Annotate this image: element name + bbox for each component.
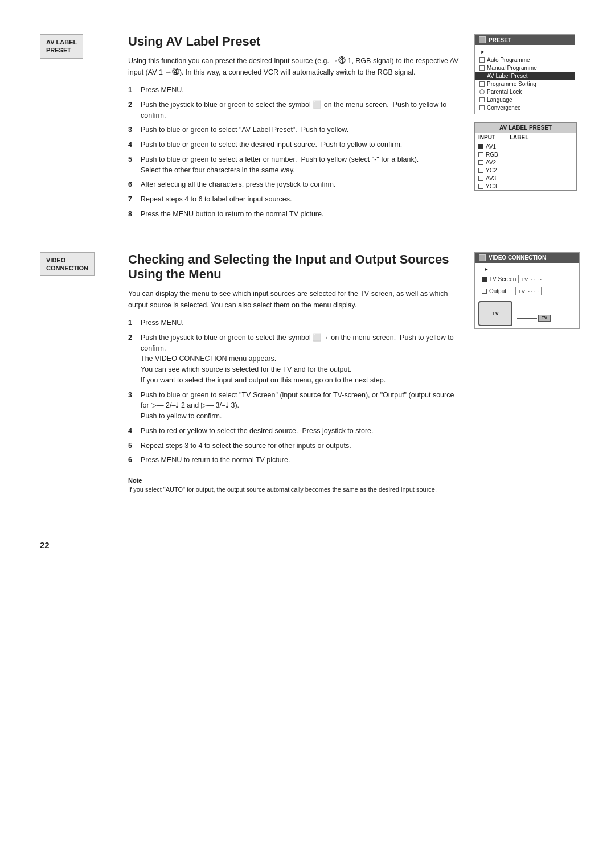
preset-menu-box: PRESET ► Auto Programme Ma	[474, 34, 575, 114]
preset-menu-body: ► Auto Programme Manual Programme	[475, 45, 575, 114]
vc-step-4: 4 Push to red or yellow to select the de…	[128, 426, 464, 437]
av-label-intro: Using this function you can preset the d…	[128, 56, 464, 78]
av1-check	[478, 144, 483, 149]
vc-step-4-num: 4	[128, 426, 141, 437]
yc2-dashes: - - - - -	[512, 167, 533, 174]
sidebar-video-conn: VIDEO CONNECTION	[40, 252, 128, 495]
section-label-box-av-label: AV LABEL PRESET	[40, 34, 83, 59]
av-step-4: 4 Push to blue or green to select the de…	[128, 139, 464, 150]
preset-menu-icon	[479, 36, 486, 43]
video-conn-aside: VIDEO CONNECTION ► TV Screen TV · · · ·	[464, 252, 575, 495]
av3-check	[478, 176, 483, 181]
av-step-5-text: Push to blue or green to select a letter…	[141, 154, 464, 176]
preset-menu-header: PRESET	[475, 35, 575, 45]
av-label-table-header: AV LABEL PRESET	[475, 123, 576, 133]
vc-step-3: 3 Push to blue or green to select "TV Sc…	[128, 390, 464, 422]
av-step-8: 8 Press the MENU button to return to the…	[128, 209, 464, 220]
section-video-connection: VIDEO CONNECTION Checking and Selecting …	[40, 252, 575, 495]
vc-step-5-text: Repeat steps 3 to 4 to select the source…	[141, 441, 464, 451]
av-label-row-rgb: RGB - - - - -	[475, 150, 576, 158]
av-label-row-yc2: YC2 - - - - -	[475, 166, 576, 174]
check-convergence	[479, 105, 485, 110]
vc-step-1-text: Press MENU.	[141, 318, 464, 328]
tv-conn-label: TV	[542, 315, 547, 320]
page-number: 22	[40, 540, 575, 550]
vc-step-6-num: 6	[128, 455, 141, 466]
video-conn-menu-box: VIDEO CONNECTION ► TV Screen TV · · · ·	[474, 252, 580, 329]
av-label-row-yc3: YC3 - - - - -	[475, 182, 576, 190]
preset-menu-item-prog-sort: Programme Sorting	[475, 80, 575, 88]
yc3-check	[478, 184, 483, 189]
rgb-name: RGB	[486, 151, 510, 158]
vc-output-label: Output	[489, 288, 513, 294]
rgb-dashes: - - - - -	[512, 151, 533, 158]
preset-menu-item-av-label: AV Label Preset	[475, 72, 575, 80]
av-step-8-text: Press the MENU button to return to the n…	[141, 209, 464, 220]
note-text: If you select "AUTO" for output, the out…	[128, 486, 464, 495]
preset-menu-item-language: Language	[475, 96, 575, 104]
video-conn-menu-body: ► TV Screen TV · · · · Output TV · · · ·	[475, 263, 579, 328]
av-step-7-text: Repeat steps 4 to 6 to label other input…	[141, 194, 464, 205]
preset-menu-item-auto-prog: Auto Programme	[475, 56, 575, 64]
tv-conn-line	[517, 318, 537, 319]
section-label-text-video-conn: VIDEO CONNECTION	[46, 257, 88, 271]
av-step-3-text: Push to blue or green to select "AV Labe…	[141, 125, 464, 135]
check-prog-sort	[479, 81, 485, 87]
av-step-7-num: 7	[128, 194, 141, 205]
vc-tv-screen-row: TV Screen TV · · · ·	[478, 274, 576, 285]
av-step-5: 5 Push to blue or green to select a lett…	[128, 154, 464, 176]
video-conn-body: Checking and Selecting the Input and Out…	[128, 252, 464, 495]
video-conn-menu-icon	[479, 254, 486, 261]
chevron-icon: ►	[479, 48, 486, 55]
av3-dashes: - - - - -	[512, 175, 533, 182]
yc2-check	[478, 168, 483, 173]
yc2-name: YC2	[486, 167, 510, 174]
vc-tv-screen-label: TV Screen	[489, 276, 516, 282]
vc-output-value: TV · · · ·	[515, 287, 542, 295]
av2-check	[478, 160, 483, 165]
av-step-3-num: 3	[128, 125, 141, 135]
vc-step-2: 2 Push the joystick to blue or green to …	[128, 332, 464, 386]
av-label-row-av1: AV1 - - - - -	[475, 142, 576, 150]
av-step-7: 7 Repeat steps 4 to 6 to label other inp…	[128, 194, 464, 205]
vc-tv-screen-value: TV · · · ·	[518, 275, 544, 283]
av-label-aside: PRESET ► Auto Programme Ma	[464, 34, 575, 224]
av-label-row-av2: AV2 - - - - -	[475, 158, 576, 166]
section-av-label-preset: AV LABEL PRESET Using AV Label Preset Us…	[40, 34, 575, 224]
video-conn-title: Checking and Selecting the Input and Out…	[128, 252, 464, 282]
vc-menu-chevron: ►	[478, 265, 576, 274]
av-step-1: 1 Press MENU.	[128, 85, 464, 96]
vc-step-1: 1 Press MENU.	[128, 318, 464, 328]
page: AV LABEL PRESET Using AV Label Preset Us…	[0, 0, 615, 868]
preset-menu-header-text: PRESET	[489, 37, 511, 43]
check-av-label	[479, 73, 485, 79]
av-step-2-num: 2	[128, 100, 141, 110]
vc-step-5: 5 Repeat steps 3 to 4 to select the sour…	[128, 441, 464, 451]
video-conn-menu-header-text: VIDEO CONNECTION	[489, 254, 546, 261]
vc-step-3-num: 3	[128, 390, 141, 401]
check-manual-prog	[479, 65, 485, 71]
video-conn-steps-list: 1 Press MENU. 2 Push the joystick to blu…	[128, 318, 464, 466]
col-input-header: INPUT	[478, 134, 510, 141]
av-label-row-av3: AV3 - - - - -	[475, 174, 576, 182]
col-label-header: LABEL	[510, 134, 573, 141]
av-step-5-num: 5	[128, 154, 141, 165]
av-step-4-text: Push to blue or green to select the desi…	[141, 139, 464, 150]
vc-step-4-text: Push to red or yellow to select the desi…	[141, 426, 464, 437]
yc3-dashes: - - - - -	[512, 183, 533, 190]
av-label-steps-list: 1 Press MENU. 2 Push the joystick to blu…	[128, 85, 464, 220]
vc-step-2-num: 2	[128, 332, 141, 343]
section-label-box-video-conn: VIDEO CONNECTION	[40, 252, 95, 277]
vc-output-row: Output TV · · · ·	[478, 286, 576, 297]
preset-menu-item-manual-prog: Manual Programme	[475, 64, 575, 72]
av-step-6-text: After selecting all the characters, pres…	[141, 179, 464, 190]
av-step-2: 2 Push the joystick to blue or green to …	[128, 100, 464, 121]
av3-name: AV3	[486, 175, 510, 182]
vc-step-1-num: 1	[128, 318, 141, 328]
preset-menu-item-convergence: Convergence	[475, 104, 575, 112]
rgb-check	[478, 152, 483, 157]
preset-menu-item-chevron: ►	[475, 47, 575, 56]
video-conn-menu-header: VIDEO CONNECTION	[475, 253, 579, 263]
check-language	[479, 97, 485, 102]
note-title: Note	[128, 477, 464, 484]
